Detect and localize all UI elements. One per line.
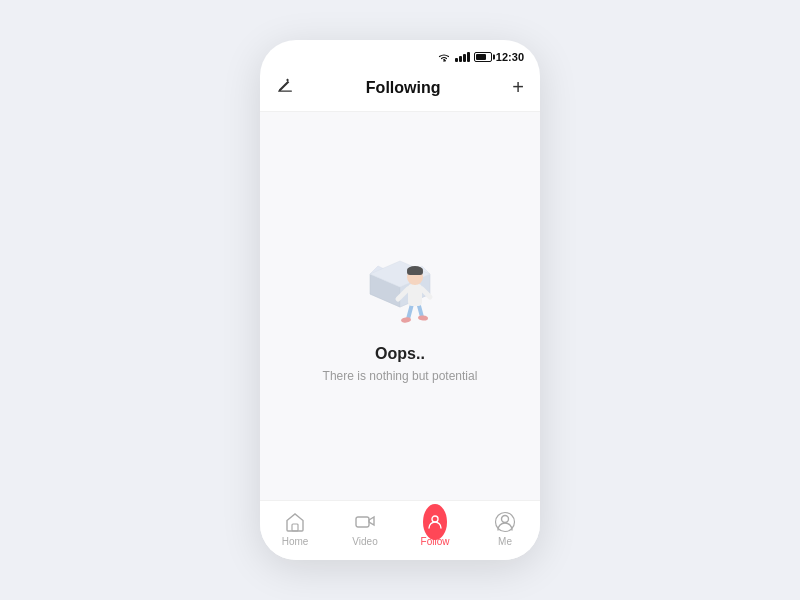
status-bar: 12:30	[260, 40, 540, 68]
follow-icon-wrap	[423, 510, 447, 534]
status-time: 12:30	[496, 51, 524, 63]
nav-item-follow[interactable]: Follow	[400, 510, 470, 547]
svg-rect-1	[278, 91, 292, 92]
nav-item-video[interactable]: Video	[330, 510, 400, 547]
svg-point-20	[432, 516, 438, 522]
home-icon	[283, 510, 307, 534]
empty-state-subtitle: There is nothing but potential	[323, 369, 478, 383]
svg-line-8	[408, 304, 412, 319]
signal-icon	[455, 52, 470, 62]
svg-rect-17	[407, 269, 423, 275]
svg-point-21	[502, 516, 509, 523]
bottom-nav: Home Video Follow	[260, 500, 540, 560]
empty-state-title: Oops..	[375, 345, 425, 363]
nav-item-me[interactable]: Me	[470, 510, 540, 547]
wifi-icon	[437, 52, 451, 62]
svg-point-0	[443, 60, 445, 62]
video-icon	[353, 510, 377, 534]
nav-item-home[interactable]: Home	[260, 510, 330, 547]
svg-point-11	[418, 315, 428, 321]
header: Following +	[260, 68, 540, 112]
phone-frame: 12:30 Following +	[260, 40, 540, 560]
nav-label-home: Home	[282, 536, 309, 547]
svg-rect-18	[292, 524, 298, 531]
battery-icon	[474, 52, 492, 62]
svg-rect-12	[408, 284, 422, 306]
header-title: Following	[366, 79, 441, 97]
svg-rect-19	[356, 517, 369, 527]
main-content: Oops.. There is nothing but potential	[260, 112, 540, 500]
add-icon[interactable]: +	[512, 76, 524, 99]
me-icon	[493, 510, 517, 534]
status-icons: 12:30	[437, 51, 524, 63]
nav-label-me: Me	[498, 536, 512, 547]
edit-icon[interactable]	[276, 76, 294, 99]
empty-illustration	[340, 229, 460, 329]
nav-label-video: Video	[352, 536, 377, 547]
follow-circle	[423, 504, 447, 540]
